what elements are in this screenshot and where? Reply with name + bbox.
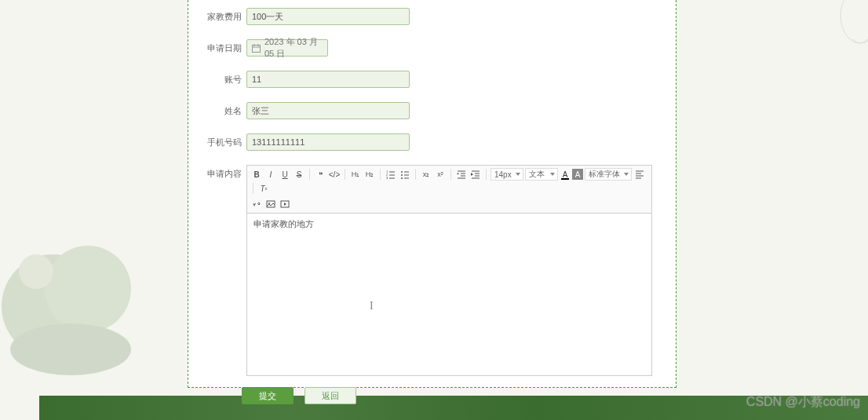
superscript-button[interactable]: x² — [434, 168, 447, 181]
align-button[interactable] — [633, 168, 646, 181]
label-phone: 手机号码 — [204, 137, 242, 148]
font-size-select[interactable]: 14px — [491, 168, 523, 181]
svg-text:3: 3 — [386, 176, 388, 179]
italic-button[interactable]: I — [264, 168, 277, 181]
code-button[interactable]: </> — [328, 168, 341, 181]
back-button[interactable]: 返回 — [305, 387, 356, 404]
separator — [309, 169, 310, 180]
text-cursor-icon: I — [370, 300, 374, 312]
editor-content: 申请家教的地方 — [253, 219, 314, 228]
separator — [253, 183, 253, 194]
field-phone: 手机号码 — [204, 133, 660, 151]
clear-format-button[interactable]: Tx — [257, 182, 270, 195]
corner-decoration — [837, 0, 868, 55]
date-value: 2023 年 03 月 05 日 — [264, 36, 323, 60]
label-name: 姓名 — [204, 105, 242, 117]
label-apply-date: 申请日期 — [204, 42, 242, 54]
link-button[interactable] — [250, 198, 263, 210]
svg-point-2 — [10, 323, 131, 375]
text-color-button[interactable]: A — [560, 169, 571, 180]
indent-button[interactable] — [469, 168, 482, 181]
font-family-select[interactable]: 标准字体 — [585, 168, 632, 181]
svg-point-1 — [45, 246, 131, 332]
svg-point-19 — [401, 177, 403, 179]
video-button[interactable] — [279, 198, 291, 210]
input-phone[interactable] — [246, 133, 410, 151]
field-name: 姓名 — [204, 102, 660, 119]
separator — [415, 169, 416, 180]
bullet-list-button[interactable] — [399, 168, 411, 181]
input-account[interactable] — [246, 71, 410, 88]
editor-toolbar: B I U S ❝ </> H₁ H₂ 123 x₂ x² — [246, 165, 652, 213]
blockquote-button[interactable]: ❝ — [314, 168, 326, 181]
editor-textarea[interactable]: 申请家教的地方 I — [246, 213, 652, 376]
input-name[interactable] — [246, 102, 410, 119]
separator — [345, 169, 345, 180]
field-content: 申请内容 B I U S ❝ </> H₁ H₂ 123 — [204, 165, 660, 376]
ordered-list-button[interactable]: 123 — [385, 168, 397, 181]
separator — [450, 169, 451, 180]
label-account: 账号 — [204, 74, 242, 86]
strike-button[interactable]: S — [293, 168, 305, 181]
bg-color-button[interactable]: A — [572, 169, 583, 180]
outdent-button[interactable] — [455, 168, 468, 181]
h1-button[interactable]: H₁ — [349, 168, 362, 181]
calendar-icon — [252, 44, 261, 53]
input-apply-date[interactable]: 2023 年 03 月 05 日 — [246, 39, 328, 57]
h2-button[interactable]: H₂ — [363, 168, 376, 181]
svg-rect-5 — [253, 45, 261, 52]
label-tutor-fee: 家教费用 — [204, 11, 242, 23]
svg-point-17 — [401, 174, 403, 176]
svg-marker-38 — [284, 203, 286, 206]
watermark-text: CSDN @小蔡coding — [746, 394, 860, 411]
field-apply-date: 申请日期 2023 年 03 月 05 日 — [204, 39, 660, 57]
label-content: 申请内容 — [204, 165, 242, 376]
format-select[interactable]: 文本 — [525, 168, 558, 181]
rich-editor: B I U S ❝ </> H₁ H₂ 123 x₂ x² — [246, 165, 652, 376]
svg-point-3 — [19, 254, 53, 289]
svg-point-4 — [841, 0, 868, 43]
field-tutor-fee: 家教费用 — [204, 8, 660, 25]
form-panel: 家教费用 申请日期 2023 年 03 月 05 日 账号 姓名 手机号码 — [188, 0, 677, 388]
image-button[interactable] — [264, 198, 277, 210]
bold-button[interactable]: B — [250, 168, 263, 181]
submit-button[interactable]: 提交 — [242, 387, 294, 404]
svg-marker-22 — [457, 173, 459, 174]
underline-button[interactable]: U — [279, 168, 291, 181]
button-row: 提交 返回 — [242, 387, 660, 404]
svg-marker-27 — [471, 173, 473, 176]
separator — [486, 169, 487, 180]
separator — [380, 169, 381, 180]
lotus-decoration — [0, 220, 157, 393]
subscript-button[interactable]: x₂ — [420, 168, 432, 181]
svg-point-15 — [401, 171, 403, 173]
input-tutor-fee[interactable] — [246, 8, 410, 25]
field-account: 账号 — [204, 71, 660, 88]
